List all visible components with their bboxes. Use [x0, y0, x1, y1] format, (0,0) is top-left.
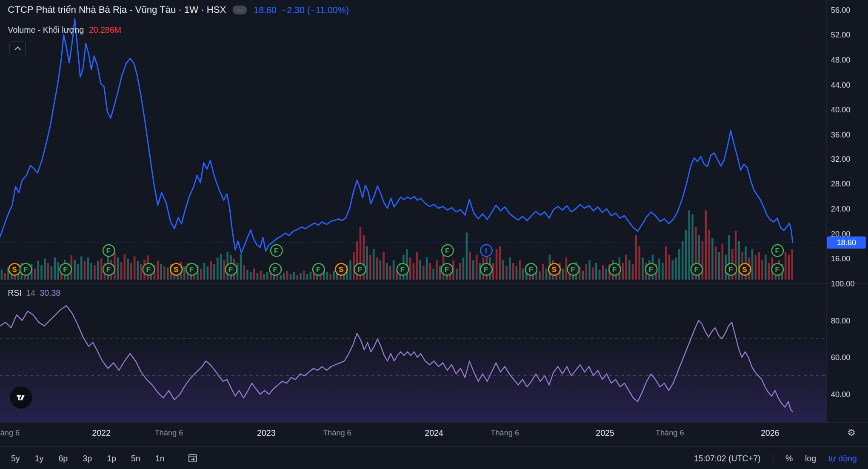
price-pane[interactable]: FFFIFSFFFFSFFFFSFFFFFSFFFFFSF	[0, 0, 826, 283]
range-button-5y[interactable]: 5y	[11, 453, 20, 463]
range-button-1p[interactable]: 1p	[107, 453, 116, 463]
volume-bar	[1, 270, 3, 280]
volume-bar	[80, 256, 83, 280]
event-marker-F[interactable]: F	[771, 244, 784, 257]
volume-bar	[266, 272, 268, 280]
event-marker-F[interactable]: F	[396, 263, 409, 276]
event-marker-F[interactable]: F	[724, 263, 737, 276]
event-marker-F[interactable]: F	[440, 263, 453, 276]
auto-scale-button[interactable]: tự động	[828, 453, 857, 463]
event-marker-F[interactable]: F	[185, 263, 198, 276]
volume-bar	[419, 260, 421, 280]
range-button-3p[interactable]: 3p	[83, 453, 92, 463]
volume-bar	[542, 264, 544, 280]
price-scale[interactable]: 56.0052.0048.0044.0040.0036.0032.0028.00…	[827, 0, 868, 423]
event-marker-S[interactable]: S	[8, 263, 21, 276]
volume-bar	[366, 246, 368, 280]
volume-bar	[476, 255, 478, 280]
range-buttons-group: 5y1y6p3p1p5n1n	[11, 452, 198, 463]
volume-bar	[123, 254, 126, 280]
collapse-panel-button[interactable]	[9, 42, 26, 56]
volume-bar	[562, 269, 564, 280]
rsi-tick-label: 60.00	[831, 353, 851, 362]
time-axis-label: Tháng 6	[656, 428, 684, 437]
axis-settings-gear-icon[interactable]: ⚙	[844, 426, 859, 439]
event-marker-F[interactable]: F	[59, 263, 72, 276]
event-marker-F[interactable]: F	[312, 263, 325, 276]
event-marker-F[interactable]: F	[608, 263, 621, 276]
volume-bar	[668, 255, 671, 280]
go-to-date-button[interactable]	[187, 452, 198, 463]
session-clock[interactable]: 15:07:02 (UTC+7)	[694, 453, 761, 463]
pane-resize-handle[interactable]	[0, 283, 868, 283]
event-marker-F[interactable]: F	[690, 263, 703, 276]
volume-bar	[260, 271, 262, 280]
event-marker-F[interactable]: F	[525, 263, 537, 276]
tradingview-logo[interactable]	[10, 386, 32, 409]
volume-bar	[472, 260, 474, 280]
event-marker-S[interactable]: S	[334, 263, 347, 276]
volume-bar	[426, 257, 428, 280]
volume-bar	[240, 254, 242, 280]
rsi-tick-label: 100.00	[831, 279, 855, 288]
rsi-tick-label: 80.00	[831, 316, 851, 325]
volume-bar	[40, 265, 43, 280]
symbol-title[interactable]: CTCP Phát triển Nhà Bà Rịa - Vũng Tàu · …	[8, 4, 226, 15]
event-marker-F[interactable]: F	[645, 263, 657, 276]
volume-bar	[329, 274, 331, 280]
event-marker-F[interactable]: F	[19, 263, 32, 276]
event-marker-F[interactable]: F	[102, 263, 115, 276]
event-marker-F[interactable]: F	[771, 263, 784, 276]
event-marker-F[interactable]: F	[142, 263, 155, 276]
visibility-toggle-icon[interactable]: —	[233, 6, 247, 14]
range-button-1n[interactable]: 1n	[155, 453, 165, 463]
event-marker-F[interactable]: F	[270, 244, 283, 257]
volume-bar	[459, 263, 461, 280]
event-marker-S[interactable]: S	[170, 263, 183, 276]
event-marker-F[interactable]: F	[269, 263, 282, 276]
last-price-value: 18.60	[254, 5, 277, 15]
price-tick-label: 36.00	[831, 130, 851, 139]
volume-bar	[84, 261, 86, 280]
volume-bar	[163, 266, 166, 280]
volume-bar	[253, 269, 255, 280]
event-marker-F[interactable]: F	[567, 263, 580, 276]
rsi-tick-label: 40.00	[831, 390, 851, 399]
volume-bar	[120, 262, 123, 280]
volume-bar	[638, 246, 640, 280]
volume-bar	[423, 266, 425, 280]
event-marker-F[interactable]: F	[354, 263, 366, 276]
volume-bar	[140, 264, 142, 280]
event-marker-F[interactable]: F	[102, 244, 115, 257]
range-button-5n[interactable]: 5n	[131, 453, 140, 463]
event-marker-F[interactable]: F	[225, 263, 237, 276]
volume-bar	[34, 269, 36, 280]
event-marker-F[interactable]: F	[480, 263, 492, 276]
event-marker-F[interactable]: F	[441, 244, 454, 257]
volume-bar	[642, 257, 644, 280]
price-tick-label: 16.00	[831, 254, 851, 263]
chevron-up-icon	[14, 46, 22, 51]
time-axis[interactable]: áng 62022Tháng 62023Tháng 62024Tháng 620…	[0, 423, 826, 446]
event-marker-I[interactable]: I	[480, 244, 492, 257]
volume-bar	[246, 270, 248, 280]
volume-bar	[682, 241, 684, 280]
volume-bar	[499, 246, 501, 280]
volume-bar	[675, 257, 677, 280]
volume-bar	[436, 260, 438, 280]
volume-bar	[389, 266, 391, 280]
volume-bar	[502, 260, 504, 280]
volume-bar	[702, 241, 704, 280]
volume-bar	[293, 272, 295, 280]
event-marker-S[interactable]: S	[738, 263, 751, 276]
rsi-label[interactable]: RSI	[8, 288, 22, 297]
volume-bar	[456, 269, 458, 280]
log-scale-button[interactable]: log	[805, 453, 816, 463]
range-button-6p[interactable]: 6p	[59, 453, 68, 463]
range-button-1y[interactable]: 1y	[35, 453, 44, 463]
volume-indicator-label[interactable]: Volume - Khối lượng	[8, 25, 84, 34]
event-marker-S[interactable]: S	[548, 263, 560, 276]
percent-scale-button[interactable]: %	[785, 453, 793, 463]
bottom-toolbar: 5y1y6p3p1p5n1n 15:07:02 (UTC+7) % log tự…	[0, 446, 868, 469]
rsi-pane[interactable]	[0, 283, 826, 422]
